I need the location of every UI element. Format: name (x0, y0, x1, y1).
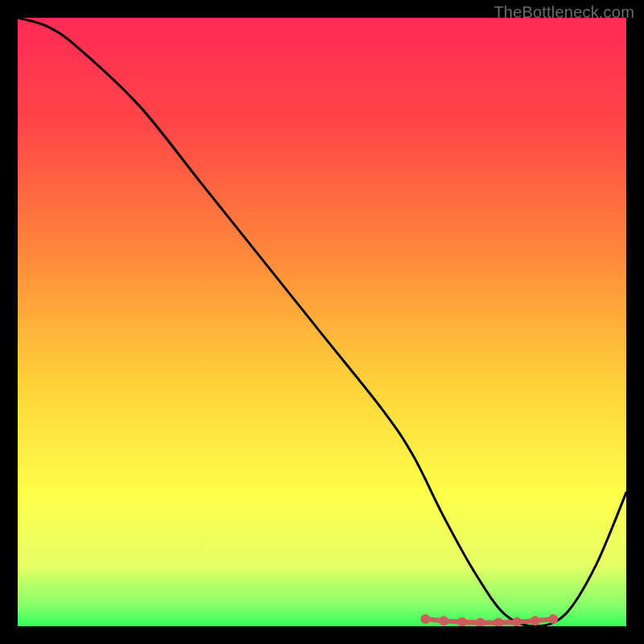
chart-frame (18, 18, 626, 626)
plot-background (18, 18, 626, 626)
watermark-text: TheBottleneck.com (493, 3, 634, 22)
chart-svg (18, 18, 626, 626)
